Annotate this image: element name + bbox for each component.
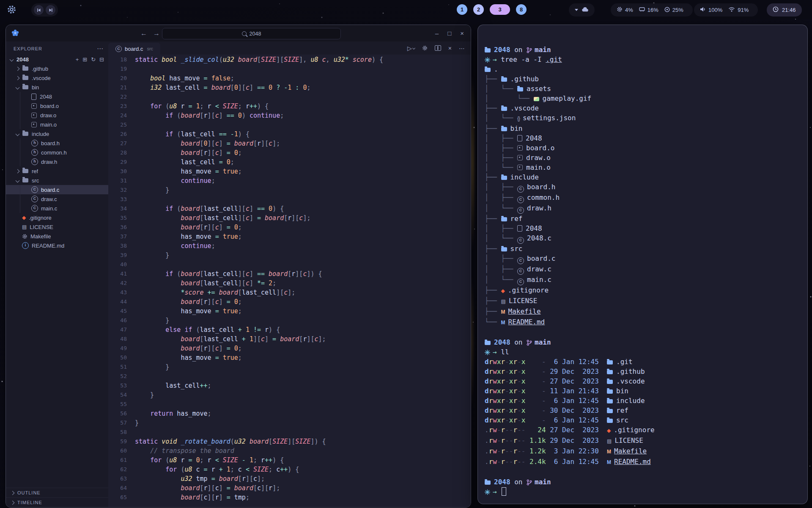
code-line[interactable]: 40 bbox=[108, 260, 471, 269]
code-line[interactable]: 30 has_move = true; bbox=[108, 167, 471, 176]
explorer-item-README.md[interactable]: iREADME.md bbox=[6, 241, 108, 250]
explorer-item-main.c[interactable]: Cmain.c bbox=[6, 204, 108, 213]
terminal-window[interactable]: 2048 on main→ tree -a -I .git.├── .githu… bbox=[477, 25, 808, 504]
code-line[interactable]: 35 board[last_cell][c] = board[r][c]; bbox=[108, 213, 471, 223]
explorer-item-include[interactable]: include bbox=[6, 129, 108, 138]
code-line[interactable]: 42 board[last_cell][c] *= 2; bbox=[108, 279, 471, 288]
refresh-explorer-button[interactable]: ↻ bbox=[91, 56, 96, 63]
code-line[interactable]: 41 if (board[last_cell][c] == board[r][c… bbox=[108, 269, 471, 279]
code-line[interactable]: 24 if (board[r][c] == 0) continue; bbox=[108, 111, 471, 120]
tab-board-c[interactable]: C board.c src bbox=[108, 43, 160, 55]
code-line[interactable]: 38 continue; bbox=[108, 241, 471, 251]
explorer-item-.github[interactable]: .github bbox=[6, 64, 108, 73]
code-line[interactable]: 31 continue; bbox=[108, 176, 471, 185]
code-line[interactable]: 60 // transpose the board bbox=[108, 446, 471, 456]
code-line[interactable]: 53 last_cell++; bbox=[108, 381, 471, 390]
explorer-item-draw.c[interactable]: Cdraw.c bbox=[6, 194, 108, 204]
code-line[interactable]: 57} bbox=[108, 418, 471, 428]
explorer-item-draw.o[interactable]: draw.o bbox=[6, 110, 108, 120]
explorer-item-src[interactable]: src bbox=[6, 176, 108, 185]
code-line[interactable]: 32 } bbox=[108, 185, 471, 195]
project-root-folder[interactable]: 2048 + ⊞ ↻ ⊟ bbox=[6, 55, 108, 64]
code-line[interactable]: 62 for (u8 c = r + 1; c < SIZE; c++) { bbox=[108, 465, 471, 474]
code-line[interactable]: 19 bbox=[108, 64, 471, 74]
explorer-item-draw.h[interactable]: hdraw.h bbox=[6, 157, 108, 166]
clock-widget[interactable]: 21:46 bbox=[767, 3, 802, 17]
code-line[interactable]: 64 board[r][c] = board[c][r]; bbox=[108, 483, 471, 493]
code-editor[interactable]: 18static bool _slide_col(u32 board[SIZE]… bbox=[108, 55, 471, 507]
explorer-item-ref[interactable]: ref bbox=[6, 166, 108, 176]
code-line[interactable]: 29 last_cell = 0; bbox=[108, 157, 471, 167]
code-line[interactable]: 49 board[r][c] = 0; bbox=[108, 344, 471, 353]
code-line[interactable]: 56 return has_move; bbox=[108, 409, 471, 418]
code-line[interactable]: 25 bbox=[108, 120, 471, 130]
code-line[interactable]: 27 board[0][c] = board[r][c]; bbox=[108, 139, 471, 148]
code-line[interactable]: 26 if (last_cell == -1) { bbox=[108, 130, 471, 139]
workspace-1[interactable]: 1 bbox=[457, 4, 467, 15]
explorer-item-common.h[interactable]: hcommon.h bbox=[6, 148, 108, 157]
skip-back-button[interactable] bbox=[34, 5, 44, 15]
code-line[interactable]: 18static bool _slide_col(u32 board[SIZE]… bbox=[108, 55, 471, 64]
code-line[interactable]: 22 bbox=[108, 92, 471, 102]
workspace-2[interactable]: 2 bbox=[473, 4, 484, 15]
editor-titlebar[interactable]: ← → 2048 – □ × bbox=[6, 25, 471, 42]
split-editor-icon[interactable] bbox=[435, 45, 441, 51]
explorer-more-actions-icon[interactable]: ⋯ bbox=[97, 45, 103, 52]
code-line[interactable]: 55 bbox=[108, 400, 471, 409]
code-line[interactable]: 50 has_move = true; bbox=[108, 353, 471, 362]
maximize-button[interactable]: □ bbox=[447, 30, 451, 37]
workspace-8[interactable]: 8 bbox=[516, 4, 527, 15]
settings-gear-icon[interactable] bbox=[422, 45, 428, 51]
explorer-item-board.h[interactable]: hboard.h bbox=[6, 138, 108, 148]
code-line[interactable]: 37 has_move = true; bbox=[108, 232, 471, 241]
code-line[interactable]: 52 bbox=[108, 372, 471, 381]
nav-forward-icon[interactable]: → bbox=[153, 25, 160, 41]
explorer-item-2048[interactable]: 2048 bbox=[6, 92, 108, 101]
code-line[interactable]: 36 board[r][c] = 0; bbox=[108, 223, 471, 232]
code-line[interactable]: 46 } bbox=[108, 316, 471, 325]
code-line[interactable]: 43 *score += board[last_cell][c]; bbox=[108, 288, 471, 297]
weather-widget[interactable] bbox=[569, 3, 595, 17]
code-line[interactable]: 45 has_move = true; bbox=[108, 306, 471, 316]
outline-panel[interactable]: OUTLINE bbox=[6, 488, 108, 497]
explorer-item-board.c[interactable]: Cboard.c bbox=[6, 185, 108, 194]
explorer-item-.vscode[interactable]: .vscode bbox=[6, 73, 108, 83]
close-button[interactable]: × bbox=[460, 30, 464, 37]
code-line[interactable]: 54 } bbox=[108, 390, 471, 400]
run-button[interactable]: ▷ bbox=[407, 45, 415, 52]
new-file-button[interactable]: + bbox=[76, 56, 79, 63]
code-line[interactable]: 28 board[r][c] = 0; bbox=[108, 148, 471, 157]
code-line[interactable]: 44 board[r][c] = 0; bbox=[108, 297, 471, 306]
explorer-item-.gitignore[interactable]: ◆.gitignore bbox=[6, 213, 108, 222]
code-line[interactable]: 39 } bbox=[108, 251, 471, 260]
collapse-folders-button[interactable]: ⊟ bbox=[99, 56, 104, 63]
close-editor-icon[interactable]: × bbox=[448, 45, 452, 52]
code-line[interactable]: 23 for (u8 r = 1; r < SIZE; r++) { bbox=[108, 102, 471, 111]
code-line[interactable]: 47 else if (last_cell + 1 != r) { bbox=[108, 325, 471, 334]
explorer-item-bin[interactable]: bin bbox=[6, 83, 108, 92]
code-line[interactable]: 59static void _rotate_board(u32 board[SI… bbox=[108, 437, 471, 446]
audio-network-widget[interactable]: 100% 91% bbox=[694, 3, 758, 17]
nav-back-icon[interactable]: ← bbox=[140, 25, 147, 41]
code-line[interactable]: 21 i32 last_cell = board[0][c] == 0 ? -1… bbox=[108, 83, 471, 92]
timeline-panel[interactable]: TIMELINE bbox=[6, 497, 108, 507]
explorer-item-board.o[interactable]: board.o bbox=[6, 101, 108, 110]
code-line[interactable]: 48 board[last_cell + 1][c] = board[r][c]… bbox=[108, 334, 471, 344]
minimize-button[interactable]: – bbox=[435, 30, 439, 37]
code-line[interactable]: 61 for (u8 r = 0; r < SIZE - 1; r++) { bbox=[108, 456, 471, 465]
explorer-item-Makefile[interactable]: Makefile bbox=[6, 232, 108, 241]
skip-forward-button[interactable] bbox=[46, 5, 55, 15]
workspace-3[interactable]: 3 bbox=[490, 4, 510, 15]
code-line[interactable]: 65 board[c][r] = tmp; bbox=[108, 493, 471, 502]
code-line[interactable]: 33 bbox=[108, 195, 471, 204]
explorer-item-main.o[interactable]: main.o bbox=[6, 120, 108, 129]
new-folder-button[interactable]: ⊞ bbox=[82, 56, 87, 63]
code-line[interactable]: 58 bbox=[108, 428, 471, 437]
editor-more-actions-icon[interactable]: ⋯ bbox=[459, 45, 465, 52]
gear-logo-icon[interactable] bbox=[7, 5, 16, 16]
code-line[interactable]: 34 if (board[last_cell][c] == 0) { bbox=[108, 204, 471, 213]
explorer-item-LICENSE[interactable]: ▤LICENSE bbox=[6, 222, 108, 232]
command-center-search[interactable]: 2048 bbox=[162, 28, 341, 39]
code-line[interactable]: 51 } bbox=[108, 362, 471, 372]
system-stats-widget[interactable]: 4% 16% 25% bbox=[611, 3, 693, 17]
